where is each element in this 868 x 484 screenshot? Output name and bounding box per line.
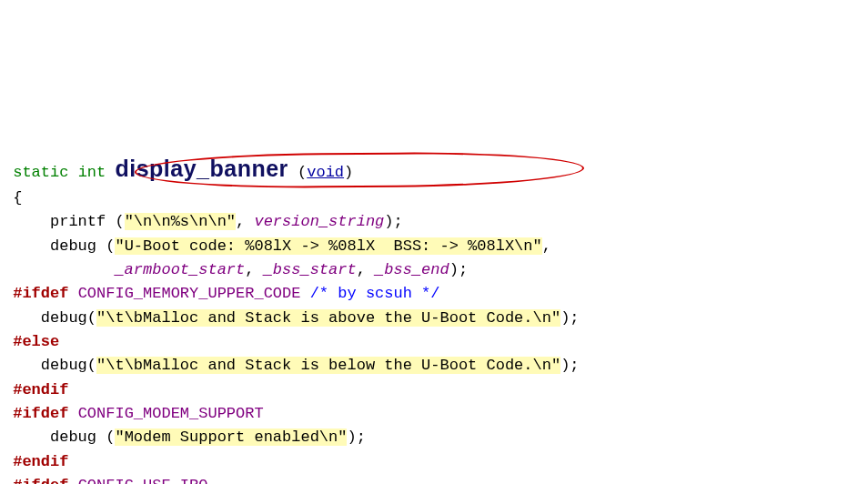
identifier-armboot-start: _armboot_start xyxy=(115,261,245,278)
code-line-3: printf ("\n\n%s\n\n", version_string); xyxy=(4,213,403,230)
identifier-bss-start: _bss_start xyxy=(264,261,357,278)
call-debug: debug xyxy=(41,309,87,327)
preprocessor-ifdef: #ifdef xyxy=(13,477,68,484)
keyword-int: int xyxy=(78,164,106,181)
code-line-9: debug("\t\bMalloc and Stack is below the… xyxy=(4,357,580,374)
code-block: static int display_banner (void) { print… xyxy=(4,103,864,484)
preprocessor-else: #else xyxy=(13,333,59,350)
preprocessor-endif: #endif xyxy=(13,381,68,398)
macro-config-irq: CONFIG_USE_IRQ xyxy=(78,477,208,484)
code-line-8: #else xyxy=(4,333,59,350)
call-debug: debug xyxy=(50,237,96,255)
code-line-7: debug("\t\bMalloc and Stack is above the… xyxy=(4,309,580,327)
preprocessor-endif: #endif xyxy=(13,453,68,470)
string-literal: "U-Boot code: %08lX -> %08lX BSS: -> %08… xyxy=(115,237,541,255)
call-debug: debug xyxy=(50,429,96,446)
code-line-6: #ifdef CONFIG_MEMORY_UPPER_CODE /* by sc… xyxy=(4,285,440,302)
preprocessor-ifdef: #ifdef xyxy=(13,285,68,302)
macro-config-modem: CONFIG_MODEM_SUPPORT xyxy=(78,405,264,422)
string-literal: "\n\n%s\n\n" xyxy=(125,213,236,230)
string-literal: "\t\bMalloc and Stack is above the U-Boo… xyxy=(96,309,560,327)
code-line-1: static int display_banner (void) xyxy=(4,164,353,181)
call-debug: debug xyxy=(41,357,87,374)
code-line-4: debug ("U-Boot code: %08lX -> %08lX BSS:… xyxy=(4,237,551,255)
code-line-12: debug ("Modem Support enabled\n"); xyxy=(4,429,366,446)
identifier-version-string: version_string xyxy=(254,213,384,230)
code-line-5: _armboot_start, _bss_start, _bss_end); xyxy=(4,261,468,278)
code-line-14: #ifdef CONFIG_USE_IRQ xyxy=(4,477,207,484)
macro-config-memory: CONFIG_MEMORY_UPPER_CODE xyxy=(78,285,301,302)
string-literal: "\t\bMalloc and Stack is below the U-Boo… xyxy=(96,357,560,374)
code-line-10: #endif xyxy=(4,381,68,398)
code-line-2: { xyxy=(4,189,22,207)
function-name: display_banner xyxy=(115,156,288,181)
comment-scsuh: /* by scsuh */ xyxy=(300,285,439,302)
keyword-void: void xyxy=(307,164,344,181)
identifier-bss-end: _bss_end xyxy=(375,261,449,278)
string-literal: "Modem Support enabled\n" xyxy=(115,429,347,446)
code-line-11: #ifdef CONFIG_MODEM_SUPPORT xyxy=(4,405,264,422)
call-printf: printf xyxy=(50,213,106,230)
preprocessor-ifdef: #ifdef xyxy=(13,405,68,422)
code-line-13: #endif xyxy=(4,453,68,470)
keyword-static: static xyxy=(13,164,68,181)
brace-open: { xyxy=(13,189,22,207)
